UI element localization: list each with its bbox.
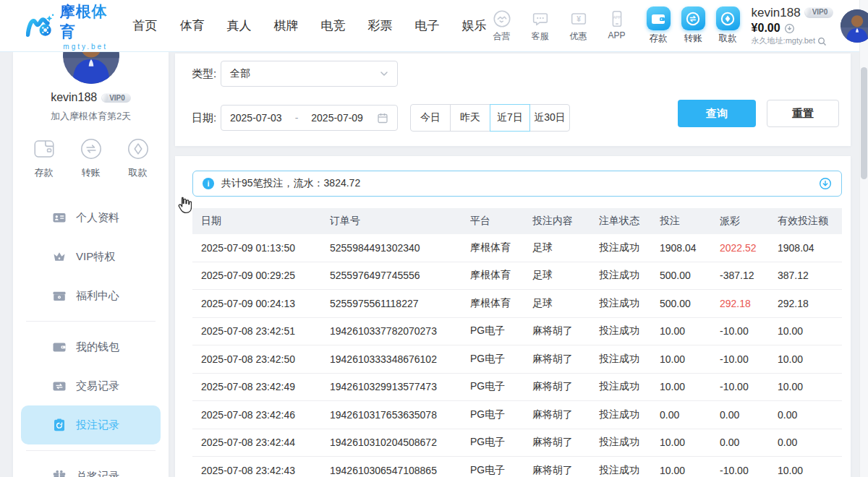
cell-order: 1942610310204508672 [330,437,470,448]
sidebar-item-profile[interactable]: 个人资料 [21,198,161,237]
reset-button[interactable]: 重置 [767,100,839,127]
filter-panel: 类型: 全部 日期: 2025-07-03 - 2025-07-09 今日 昨天… [175,53,851,146]
cell-order: 1942610306547108865 [330,465,470,476]
cell-payout: 0.00 [720,437,778,448]
nav-item-3[interactable]: 真人 [227,17,252,34]
sidebar-item-label: 我的钱包 [76,340,119,354]
range-yesterday-button[interactable]: 昨天 [450,104,490,132]
cell-bet: 500.00 [660,270,720,281]
cell-payout: -10.00 [720,353,778,365]
cell-content: 麻将胡了 [532,380,599,393]
cell-bet: 10.00 [660,465,720,476]
sidebar-item-vip[interactable]: VIP特权 [21,237,161,276]
cell-content: 麻将胡了 [532,436,599,449]
cell-status: 投注成功 [599,464,660,477]
range-7days-button[interactable]: 近7日 [490,104,530,132]
cell-status: 投注成功 [599,353,660,366]
sidebar-item-redeem-records[interactable]: 兑奖记录 [21,457,161,477]
nav-item-8[interactable]: 娱乐 [462,17,487,34]
sidebar-item-label: 福利中心 [76,289,119,303]
coupon-icon: ¥ [569,9,589,29]
transfer-button[interactable]: 转账 [681,7,705,45]
brand-domain: mgty.bet [60,43,111,51]
welfare-box-icon [52,288,67,303]
brand-logo[interactable]: 摩根体育 mgty.bet [26,1,111,51]
expand-icon[interactable] [819,177,832,190]
cell-bet: 1908.04 [660,242,720,254]
support-link[interactable]: 客服 [525,9,556,43]
svg-text:¥: ¥ [576,15,581,23]
col-bet: 投注 [660,215,720,228]
cell-content: 足球 [532,297,599,310]
sidebar-withdraw-button[interactable]: 取款 [124,134,153,179]
user-avatar[interactable] [841,9,868,43]
col-status: 注单状态 [599,215,660,228]
cell-date: 2025-07-09 01:13:50 [201,242,330,254]
nav-item-5[interactable]: 电竞 [321,17,346,34]
cell-content: 足球 [532,241,599,254]
cell-platform: PG电子 [470,353,532,366]
cell-bet: 10.00 [660,353,720,365]
balance: ¥0.00 [752,21,780,35]
nav-item-4[interactable]: 棋牌 [274,17,299,34]
sidebar-item-label: 交易记录 [76,379,119,393]
cell-payout: 2022.52 [720,242,778,254]
cell-status: 投注成功 [599,436,660,449]
sidebar-item-wallet[interactable]: 我的钱包 [21,327,161,366]
deposit-button[interactable]: 存款 [647,7,671,45]
sidebar-item-bet-records[interactable]: 投注记录 [21,405,161,444]
support-label: 客服 [532,30,549,43]
quick-range-group: 今日 昨天 近7日 近30日 [410,104,570,132]
app-link[interactable]: APP APP [602,9,632,43]
info-icon [203,178,214,189]
deposit-label: 存款 [650,33,668,45]
sidebar-item-welfare[interactable]: 福利中心 [21,276,161,315]
user-info[interactable]: kevin188 VIP0 ¥0.00 永久地址:mgty.bet [752,5,834,46]
cell-platform: 摩根体育 [470,241,532,254]
sidebar-item-transactions[interactable]: 交易记录 [21,366,161,405]
magnifier-icon[interactable] [817,37,827,46]
table-row: 2025-07-08 23:42:501942610333348676102PG… [192,345,842,374]
cell-valid: 10.00 [778,353,842,365]
partner-link[interactable]: 合营 [487,9,517,43]
type-select-value: 全部 [230,67,250,80]
cell-content: 麻将胡了 [532,408,599,421]
query-button[interactable]: 查询 [678,100,756,127]
vip-badge: VIP0 [804,7,834,18]
withdraw-button[interactable]: 取款 [716,7,740,45]
promo-link[interactable]: ¥ 优惠 [563,9,594,43]
nav-item-6[interactable]: 彩票 [368,17,393,34]
cell-bet: 0.00 [660,409,720,421]
cell-valid: 1908.04 [778,242,842,254]
cell-bet: 10.00 [660,325,720,337]
withdraw-outline-icon [124,134,153,163]
transfer-label: 转账 [684,33,702,45]
nav-item-7[interactable]: 电子 [415,17,440,34]
cell-payout: 0.00 [720,409,778,421]
id-card-icon [52,210,67,225]
date-range-input[interactable]: 2025-07-03 - 2025-07-09 [221,105,398,131]
nav-item-2[interactable]: 体育 [180,17,205,34]
sidebar-item-label: 个人资料 [76,211,119,225]
page-scrollbar-track[interactable] [859,0,868,477]
handshake-icon [492,9,512,29]
page-scrollbar-thumb[interactable] [861,67,867,179]
sidebar-deposit-button[interactable]: 存款 [30,134,59,179]
divider [26,450,156,451]
cell-status: 投注成功 [599,297,660,310]
sidebar-transfer-button[interactable]: 转账 [77,134,106,179]
range-30days-button[interactable]: 近30日 [529,104,570,132]
refresh-balance-icon[interactable] [784,23,795,34]
transfer-arrows-icon [685,11,701,27]
summary-bar: 共计95笔投注，流水：3824.72 [192,171,842,197]
cell-platform: 摩根体育 [470,297,532,310]
type-select[interactable]: 全部 [221,61,398,87]
range-today-button[interactable]: 今日 [410,104,451,132]
col-date: 日期 [201,215,330,228]
header: 摩根体育 mgty.bet 首页体育真人棋牌电竞彩票电子娱乐 合营 客服 ¥ 优… [0,0,859,52]
nav-item-1[interactable]: 首页 [133,17,158,34]
cell-content: 麻将胡了 [532,325,599,338]
partner-label: 合营 [493,30,511,43]
date-filter-label: 日期: [192,111,221,125]
phone-app-icon: APP [607,9,627,29]
